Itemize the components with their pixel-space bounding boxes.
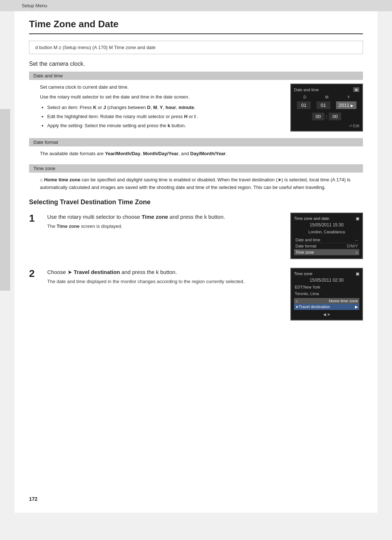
y-val: 2011 ▶ [336, 101, 357, 109]
cs3-travel-icon: ➤ [295, 305, 299, 309]
cs2-row1-val: -- [355, 238, 358, 242]
date-time-para2: Use the rotary multi selector to set the… [40, 93, 283, 101]
intro-text: Set the camera clock. [29, 61, 363, 67]
m-label: M [325, 95, 328, 99]
main-content: Time Zone and Date d button M z (Setup m… [15, 11, 377, 513]
cs2-row-1: Date and time -- [294, 237, 359, 243]
step-1-number: 1 [29, 213, 40, 223]
page-number: 172 [29, 496, 37, 502]
cs2-icon: ▣ [356, 216, 359, 221]
cs3-title: Time zone [294, 271, 313, 276]
time-zone-section: Time zone ⌂ Home time zone can be specif… [29, 164, 363, 192]
cs2-row3-icon: ⌂ [355, 250, 358, 254]
left-sidebar: Basic Camera Setup [0, 109, 10, 291]
info-box: d button M z (Setup menu) (A 170) M Time… [29, 41, 363, 54]
step-2-number: 2 [29, 269, 40, 279]
cs2-row3-label: Time zone [295, 250, 314, 254]
edit-label: ⏎ Edit [349, 124, 359, 128]
cs2-row-3: Time zone ⌂ [294, 249, 359, 255]
page-title: Time Zone and Date [29, 19, 363, 34]
hour-val: 00 [312, 113, 324, 120]
cs3-city2: Toronto, Lima [294, 291, 359, 296]
date-time-label: Date and time [29, 72, 363, 80]
date-format-section: Date format The available date formats a… [29, 138, 363, 158]
top-bar: Setup Menu [0, 0, 392, 11]
cs3-row-2: ➤ Travel destination ▶ [294, 304, 359, 310]
date-time-camera-screen: Date and time ▣ D M Y 01 01 2011 ▶ [290, 84, 363, 132]
cs2-header: Time zone and date ▣ [294, 216, 359, 221]
bullet-3: Apply the setting: Select the minute set… [47, 121, 283, 130]
date-format-text: The available date formats are Year/Mont… [40, 150, 363, 158]
cs3-row1-label: Home time zone [329, 299, 358, 303]
step-1-text: Use the rotary multi selector to choose … [47, 213, 283, 221]
edit-bar: ⏎ Edit [294, 124, 359, 128]
date-time-section: Date and time Set camera clock to curren… [29, 72, 363, 132]
step-2-text: Choose ➤ Travel destination and press th… [47, 268, 283, 277]
step-2-image: Time zone ▣ 15/05/2011 02:30 EDT:New Yor… [290, 268, 363, 321]
step-1-note: The Time zone screen is displayed. [47, 223, 283, 229]
top-bar-label: Setup Menu [22, 3, 47, 8]
step-1-content: Use the rotary multi selector to choose … [47, 213, 283, 229]
colon: : [326, 114, 327, 120]
y-label: Y [347, 95, 350, 99]
cs3-datetime: 15/05/2011 02:30 [294, 278, 359, 283]
cs3-header: Time zone ▣ [294, 271, 359, 276]
screen-icon: ▣ [353, 87, 359, 92]
m-val: 01 [317, 101, 330, 109]
step-2-content: Choose ➤ Travel destination and press th… [47, 268, 283, 284]
step-1-row: 1 Use the rotary multi selector to choos… [29, 213, 363, 259]
cs2-timezone: London, Casablanca [294, 230, 359, 234]
bullet-1: Select an item: Press K or J (changes be… [47, 103, 283, 112]
cs2-row2-label: Date format [295, 244, 316, 248]
time-zone-label: Time zone [29, 164, 363, 173]
date-format-label: Date format [29, 138, 363, 146]
step-2-note: The date and time displayed in the monit… [47, 279, 283, 284]
time-zone-text: ⌂ Home time zone can be specified and da… [40, 176, 363, 192]
selecting-heading: Selecting Travel Destination Time Zone [29, 198, 363, 206]
cs3-home-icon: ⌂ [295, 299, 298, 303]
date-time-text-col: Set camera clock to current date and tim… [40, 84, 283, 132]
cs2-row1-label: Date and time [295, 238, 320, 242]
date-time-para1: Set camera clock to current date and tim… [40, 84, 283, 91]
d-label: D [303, 95, 306, 99]
dmy-value-row: 01 01 2011 ▶ [294, 101, 359, 109]
cs3-bottom: ◀ ➤ [294, 312, 359, 317]
d-val: 01 [297, 101, 311, 109]
date-time-bullets: Select an item: Press K or J (changes be… [47, 103, 283, 130]
cs2-title: Time zone and date [294, 216, 329, 221]
cs2-row-2: Date format D/M/Y [294, 243, 359, 249]
timezone-date-screen: Time zone and date ▣ 15/05/2011 15:30 Lo… [290, 213, 363, 259]
step-2-row: 2 Choose ➤ Travel destination and press … [29, 268, 363, 321]
date-time-screen-col: Date and time ▣ D M Y 01 01 2011 ▶ [290, 84, 363, 132]
edit-text: Edit [353, 124, 359, 128]
cs2-datetime: 15/05/2011 15:30 [294, 222, 359, 227]
arrow-icon: ▶ [351, 104, 354, 108]
cs3-city: EDT:New York [294, 285, 359, 289]
cs3-row-1: ⌂ Home time zone [294, 298, 359, 304]
cs3-icon: ▣ [356, 271, 359, 276]
screen-title-bar: Date and time ▣ [294, 87, 359, 92]
y-val-text: 2011 [339, 102, 350, 108]
bullet-2: Edit the highlighted item: Rotate the ro… [47, 112, 283, 121]
cs3-arrow-right: ▶ [355, 305, 358, 309]
info-box-text: d button M z (Setup menu) (A 170) M Time… [35, 45, 156, 50]
cs2-row2-val: D/M/Y [347, 244, 358, 248]
step-1-image: Time zone and date ▣ 15/05/2011 15:30 Lo… [290, 213, 363, 259]
time-row: 00 : 00 [294, 113, 359, 120]
cs3-row2-label: Travel destination [299, 305, 330, 309]
dmy-label-row: D M Y [294, 95, 359, 99]
timezone-screen: Time zone ▣ 15/05/2011 02:30 EDT:New Yor… [290, 268, 363, 321]
screen-title: Date and time [294, 88, 319, 92]
min-val: 00 [329, 113, 341, 120]
